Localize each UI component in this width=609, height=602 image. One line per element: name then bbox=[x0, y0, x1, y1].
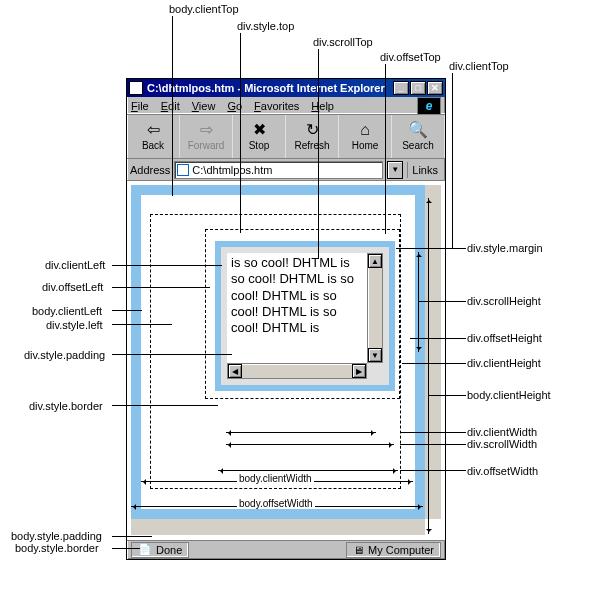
body-offsetwidth-label: body.offsetWidth bbox=[237, 498, 315, 509]
callout-body-style-border: body.style.border bbox=[15, 542, 99, 554]
status-done: 📄 Done bbox=[131, 542, 189, 558]
leader bbox=[400, 444, 466, 445]
callout-div-style-margin: div.style.margin bbox=[467, 242, 543, 254]
dim-scrollheight bbox=[418, 252, 419, 352]
div-border-box: is so cool! DHTML is so cool! DHTML is s… bbox=[215, 241, 395, 391]
diagram-wrapper: e C:\dhtmlpos.htm - Microsoft Internet E… bbox=[0, 0, 609, 602]
menubar: File Edit View Go Favorites Help e bbox=[127, 97, 445, 115]
leader bbox=[112, 548, 140, 549]
div-scrollbar-vertical[interactable]: ▲ ▼ bbox=[367, 253, 383, 363]
dim-clientwidth bbox=[226, 432, 376, 433]
client-area: is so cool! DHTML is so cool! DHTML is s… bbox=[127, 181, 445, 539]
scroll-up-icon[interactable]: ▲ bbox=[368, 254, 382, 268]
menu-file[interactable]: File bbox=[131, 100, 149, 112]
callout-div-offsettop: div.offsetTop bbox=[380, 51, 441, 63]
dim-clientheight bbox=[428, 198, 429, 534]
document-icon: 📄 bbox=[138, 543, 152, 556]
menu-favorites[interactable]: Favorites bbox=[254, 100, 299, 112]
leader bbox=[410, 338, 466, 339]
status-zone: 🖥 My Computer bbox=[346, 542, 441, 558]
address-value: C:\dhtmlpos.htm bbox=[192, 164, 272, 176]
callout-div-style-border: div.style.border bbox=[29, 400, 103, 412]
main-scrollbar-horizontal[interactable] bbox=[131, 519, 425, 535]
close-button[interactable]: ✕ bbox=[427, 81, 443, 95]
callout-div-offsetheight: div.offsetHeight bbox=[467, 332, 542, 344]
maximize-button[interactable]: □ bbox=[410, 81, 426, 95]
div-content: is so cool! DHTML is so cool! DHTML is s… bbox=[227, 253, 367, 363]
leader bbox=[112, 536, 152, 537]
callout-div-offsetleft: div.offsetLeft bbox=[42, 281, 103, 293]
leader bbox=[418, 301, 466, 302]
forward-icon: ⇨ bbox=[200, 122, 213, 138]
leader bbox=[452, 73, 453, 248]
callout-div-scrollwidth: div.scrollWidth bbox=[467, 438, 537, 450]
callout-body-clientheight: body.clientHeight bbox=[467, 389, 551, 401]
callout-body-clientleft: body.clientLeft bbox=[32, 305, 102, 317]
callout-div-style-padding: div.style.padding bbox=[24, 349, 105, 361]
body-clientwidth-label: body.clientWidth bbox=[237, 473, 314, 484]
minimize-button[interactable]: _ bbox=[393, 81, 409, 95]
callout-div-clientleft: div.clientLeft bbox=[45, 259, 105, 271]
leader bbox=[240, 33, 241, 233]
leader bbox=[112, 324, 172, 325]
refresh-icon: ↻ bbox=[306, 122, 319, 138]
callout-div-style-top: div.style.top bbox=[237, 20, 294, 32]
search-button[interactable]: 🔍Search bbox=[392, 115, 445, 158]
leader bbox=[172, 16, 173, 196]
leader bbox=[385, 64, 386, 234]
leader bbox=[112, 354, 232, 355]
stop-icon: ✖ bbox=[253, 122, 266, 138]
window-title: C:\dhtmlpos.htm - Microsoft Internet Exp… bbox=[147, 82, 385, 94]
menu-edit[interactable]: Edit bbox=[161, 100, 180, 112]
scroll-left-icon[interactable]: ◀ bbox=[228, 364, 242, 378]
home-icon: ⌂ bbox=[360, 122, 370, 138]
address-label: Address bbox=[130, 164, 170, 176]
div-scrollbar-horizontal[interactable]: ◀ ▶ bbox=[227, 363, 367, 379]
callout-div-clientheight: div.clientHeight bbox=[467, 357, 541, 369]
titlebar: e C:\dhtmlpos.htm - Microsoft Internet E… bbox=[127, 79, 445, 97]
leader bbox=[428, 395, 466, 396]
leader bbox=[400, 432, 466, 433]
callout-div-scrollheight: div.scrollHeight bbox=[467, 295, 541, 307]
links-button[interactable]: Links bbox=[407, 162, 442, 178]
scroll-down-icon[interactable]: ▼ bbox=[368, 348, 382, 362]
leader bbox=[112, 405, 218, 406]
leader bbox=[398, 248, 466, 249]
leader bbox=[400, 470, 466, 471]
address-field[interactable]: C:\dhtmlpos.htm bbox=[174, 161, 383, 179]
dim-scrollwidth bbox=[226, 444, 394, 445]
callout-body-clienttop: body.clientTop bbox=[169, 3, 239, 15]
app-icon: e bbox=[129, 81, 143, 95]
leader bbox=[402, 363, 466, 364]
toolbar: ⇦Back ⇨Forward ✖Stop ↻Refresh ⌂Home 🔍Sea… bbox=[127, 115, 445, 159]
address-dropdown-button[interactable]: ▼ bbox=[387, 161, 403, 179]
scroll-right-icon[interactable]: ▶ bbox=[352, 364, 366, 378]
refresh-button[interactable]: ↻Refresh bbox=[286, 115, 339, 158]
leader bbox=[318, 49, 319, 259]
back-icon: ⇦ bbox=[147, 122, 160, 138]
dim-offsetwidth bbox=[218, 470, 398, 471]
menu-view[interactable]: View bbox=[192, 100, 216, 112]
document-icon bbox=[177, 164, 189, 176]
callout-div-style-left: div.style.left bbox=[46, 319, 103, 331]
callout-body-style-padding: body.style.padding bbox=[11, 530, 102, 542]
menu-help[interactable]: Help bbox=[311, 100, 334, 112]
search-icon: 🔍 bbox=[408, 122, 428, 138]
ie-logo-icon: e bbox=[417, 97, 441, 115]
computer-icon: 🖥 bbox=[353, 544, 364, 556]
statusbar: 📄 Done 🖥 My Computer bbox=[127, 539, 445, 559]
window-controls: _ □ ✕ bbox=[393, 81, 443, 95]
forward-button[interactable]: ⇨Forward bbox=[180, 115, 233, 158]
callout-div-clienttop: div.clientTop bbox=[449, 60, 509, 72]
browser-window: e C:\dhtmlpos.htm - Microsoft Internet E… bbox=[126, 78, 446, 560]
leader bbox=[112, 287, 210, 288]
addressbar: Address C:\dhtmlpos.htm ▼ Links bbox=[127, 159, 445, 181]
callout-div-clientwidth: div.clientWidth bbox=[467, 426, 537, 438]
callout-div-scrolltop: div.scrollTop bbox=[313, 36, 373, 48]
leader bbox=[112, 265, 222, 266]
leader bbox=[112, 310, 142, 311]
callout-div-offsetwidth: div.offsetWidth bbox=[467, 465, 538, 477]
